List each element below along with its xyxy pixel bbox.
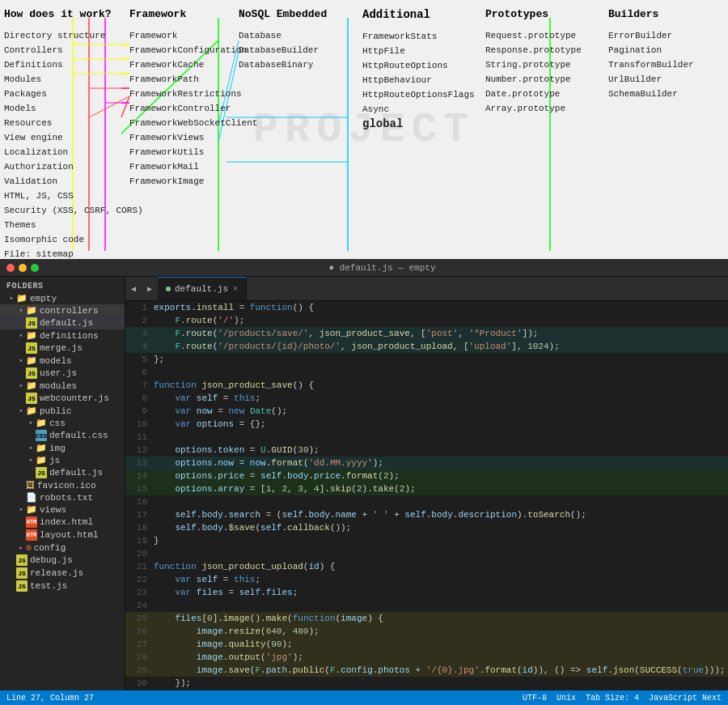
folder-icon-img: 📁 (36, 443, 47, 453)
col-how-title: How does it work? (4, 8, 143, 20)
sidebar-file-debugjs[interactable]: JS debug.js (0, 554, 125, 567)
line-content-1: exports.install = function() { (154, 301, 728, 314)
sidebar-folder-controllers[interactable]: ▾ 📁 controllers (0, 304, 125, 316)
fw-views: FrameworkViews (129, 130, 257, 145)
line-num-7: 7 (125, 379, 154, 392)
sidebar-label-models: models (40, 356, 72, 366)
item-viewengine: View engine (4, 130, 143, 145)
folder-icon-controllers: 📁 (26, 305, 37, 316)
add-stats: FrameworkStats (362, 29, 475, 44)
line-content-18: self.body.$save(self.callback()); (154, 521, 728, 534)
sidebar-file-layouthtml[interactable]: HTM layout.html (0, 529, 125, 541)
line-content-14: options.price = self.body.price.format(2… (154, 469, 728, 482)
fw-mail: FrameworkMail (129, 159, 257, 174)
item-security: Security (XSS, CSRF, CORS) (4, 203, 143, 218)
sidebar-folder-views[interactable]: ▾ 📁 views (0, 503, 125, 516)
titlebar: ● default.js — empty (0, 259, 728, 277)
sidebar-file-mergejs[interactable]: JS merge.js (0, 342, 125, 355)
js-icon-release: JS (16, 567, 28, 579)
line-num-24: 24 (125, 599, 154, 612)
code-editor[interactable]: 1 exports.install = function() { 2 F.rou… (125, 301, 728, 690)
traffic-light-red[interactable] (6, 264, 15, 272)
sidebar-label-defaultcss: default.css (49, 431, 108, 440)
line-content-17: self.body.search = (self.body.name + ' '… (154, 508, 728, 521)
tab-nav-left[interactable]: ◀ (125, 277, 142, 300)
code-line-20: 20 (125, 547, 728, 560)
sidebar-label-controllers: controllers (40, 306, 99, 316)
folder-icon-empty: 📁 (16, 293, 28, 304)
sidebar-folder-public[interactable]: ▾ 📁 public (0, 405, 125, 417)
code-line-23: 23 var files = self.files; (125, 586, 728, 599)
code-line-24: 24 (125, 599, 728, 612)
sidebar-folder-config[interactable]: ▸ ⚙ config (0, 541, 125, 554)
line-num-20: 20 (125, 547, 154, 560)
sidebar-folder-models[interactable]: ▾ 📁 models (0, 355, 125, 367)
sidebar-folder-img[interactable]: ▾ 📁 img (0, 442, 125, 454)
ico-icon-favicon: 🖼 (26, 480, 35, 491)
line-num-8: 8 (125, 392, 154, 405)
sidebar-folder-empty[interactable]: ▾ 📁 empty (0, 292, 125, 304)
item-sitemap: File: sitemap (4, 247, 143, 259)
line-num-26: 26 (125, 625, 154, 638)
folder-arrow-models: ▾ (16, 356, 26, 366)
css-icon-default: CSS (36, 430, 47, 441)
traffic-light-green[interactable] (31, 264, 39, 272)
tab-close-button[interactable]: × (233, 285, 238, 294)
tab-defaultjs[interactable]: default.js × (158, 277, 247, 300)
sidebar-label-img: img (49, 444, 66, 453)
tab-label: default.js (175, 284, 228, 294)
line-num-3: 3 (125, 327, 154, 340)
fw-websocket: FrameworkWebSocketClient (129, 116, 257, 130)
line-num-5: 5 (125, 353, 154, 366)
sidebar-file-testjs[interactable]: JS test.js (0, 580, 125, 592)
add-httpfile: HttpFile (362, 44, 475, 58)
item-definitions: Definitions (4, 57, 143, 72)
line-num-12: 12 (125, 444, 154, 457)
add-routeflags: HttpRouteOptionsFlags (362, 87, 475, 102)
line-num-31: 31 (125, 690, 154, 690)
sidebar-file-releasejs[interactable]: JS release.js (0, 567, 125, 580)
editor-area: ◀ ▶ default.js × 1 exports.install = fun… (125, 277, 728, 690)
status-right: UTF-8 Unix Tab Size: 4 JavaScript Next (523, 694, 722, 703)
code-line-29: 29 image.save(F.path.public(F.config.pho… (125, 664, 728, 677)
status-line-col: Line 27, Column 27 (6, 694, 94, 703)
sidebar-folder-css[interactable]: ▾ 📁 css (0, 417, 125, 429)
sidebar-label-favicon: favicon.ico (37, 481, 96, 491)
line-num-21: 21 (125, 560, 154, 573)
sidebar-file-webcounterjs[interactable]: JS webcounter.js (0, 392, 125, 405)
code-line-21: 21 function json_product_upload(id) { (125, 560, 728, 573)
col-how-it-works: How does it work? Directory structure Co… (4, 0, 143, 259)
sidebar-file-indexhtml[interactable]: HTM index.html (0, 516, 125, 529)
item-authorization: Authorization (4, 159, 143, 174)
code-line-4: 4 F.route('/products/{id}/photo/', json_… (125, 340, 728, 353)
line-content-16 (154, 495, 728, 508)
tab-nav-right[interactable]: ▶ (142, 277, 158, 300)
sidebar-folder-js[interactable]: ▾ 📁 js (0, 454, 125, 466)
diagram-section: PROJECT (0, 0, 728, 259)
code-line-14: 14 options.price = self.body.price.forma… (125, 469, 728, 482)
folder-icon-definitions: 📁 (26, 330, 37, 341)
status-tab-size: Tab Size: 4 (586, 694, 639, 703)
sidebar-label-releasejs: release.js (30, 568, 83, 578)
sidebar-file-js-defaultjs[interactable]: JS default.js (0, 466, 125, 479)
item-isomorphic: Isomorphic code (4, 232, 143, 247)
sidebar-file-favicon[interactable]: 🖼 favicon.ico (0, 479, 125, 491)
tab-dot (166, 287, 171, 291)
folder-arrow-public: ▾ (16, 406, 26, 416)
col-additional: Additional FrameworkStats HttpFile HttpR… (362, 0, 475, 131)
sidebar-file-defaultcss[interactable]: CSS default.css (0, 429, 125, 442)
sidebar-file-robots[interactable]: 📄 robots.txt (0, 491, 125, 503)
code-line-9: 9 var now = new Date(); (125, 405, 728, 418)
code-line-18: 18 self.body.$save(self.callback()); (125, 521, 728, 534)
item-models: Models (4, 101, 143, 116)
fw-restrictions: FrameworkRestrictions (129, 87, 257, 101)
traffic-light-yellow[interactable] (19, 264, 27, 272)
sidebar-file-userjs[interactable]: JS user.js (0, 367, 125, 380)
code-line-16: 16 (125, 495, 728, 508)
sidebar-folder-modules[interactable]: ▾ 📁 modules (0, 380, 125, 392)
sidebar-folder-definitions[interactable]: ▾ 📁 definitions (0, 329, 125, 342)
sidebar-file-defaultjs[interactable]: JS default.js (0, 316, 125, 329)
item-controllers: Controllers (4, 43, 143, 57)
code-line-10: 10 var options = {}; (125, 418, 728, 431)
line-content-13: options.now = now.format('dd.MM.yyyy'); (154, 457, 728, 469)
